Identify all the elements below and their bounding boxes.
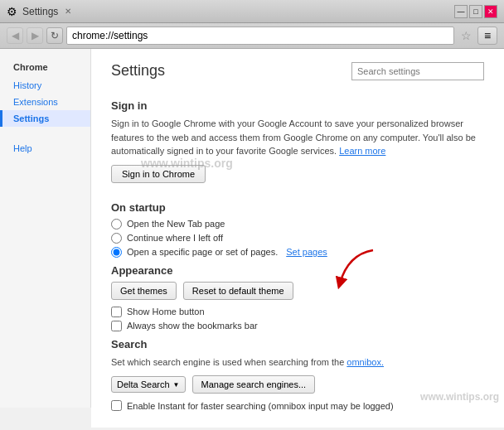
settings-content: Settings Sign in Sign in to Google Chrom… [91, 49, 504, 428]
address-input[interactable] [66, 27, 454, 45]
forward-button[interactable]: ▶ [27, 27, 43, 44]
enable-instant-label: Enable Instant for faster searching (omn… [127, 401, 394, 411]
search-engine-dropdown[interactable]: Delta Search ▼ [111, 376, 186, 393]
title-bar: ⚙ Settings ✕ — □ ✕ [0, 0, 504, 23]
manage-search-engines-button[interactable]: Manage search engines... [192, 375, 316, 394]
enable-instant-checkbox[interactable] [111, 400, 122, 411]
enable-instant-row: Enable Instant for faster searching (omn… [111, 400, 484, 411]
get-themes-button[interactable]: Get themes [111, 282, 177, 300]
main-area: Chrome History Extensions Settings Help … [0, 49, 504, 408]
startup-newtab-radio[interactable] [111, 219, 122, 229]
reset-theme-button[interactable]: Reset to default theme [183, 282, 293, 300]
show-home-button-row: Show Home button [111, 307, 484, 317]
settings-title: Settings [111, 62, 165, 80]
sidebar-item-help[interactable]: Help [0, 140, 90, 157]
sidebar-item-settings[interactable]: Settings [0, 110, 90, 127]
maximize-button[interactable]: □ [469, 5, 482, 18]
show-bookmarks-bar-row: Always show the bookmarks bar [111, 321, 484, 331]
on-startup-heading: On startup [111, 201, 484, 214]
show-home-button-checkbox[interactable] [111, 307, 122, 317]
sidebar-item-extensions[interactable]: Extensions [0, 94, 90, 110]
sign-in-description: Sign in to Google Chrome with your Googl… [111, 117, 484, 158]
chrome-menu-button[interactable]: ≡ [477, 27, 497, 45]
startup-specific-label: Open a specific page or set of pages. [127, 247, 278, 257]
learn-more-link[interactable]: Learn more [339, 146, 385, 156]
search-engine-row: Delta Search ▼ Manage search engines... [111, 375, 484, 394]
logged-link[interactable]: logged) [363, 401, 394, 411]
chrome-icon: ⚙ [7, 5, 17, 18]
startup-continue-label: Continue where I left off [127, 233, 223, 243]
startup-option-specific: Open a specific page or set of pages. Se… [111, 247, 484, 258]
appearance-heading: Appearance [111, 264, 484, 277]
startup-radio-group: Open the New Tab page Continue where I l… [111, 219, 484, 258]
startup-continue-radio[interactable] [111, 233, 122, 244]
search-heading: Search [111, 338, 484, 350]
search-settings-input[interactable] [351, 62, 484, 80]
sidebar-chrome-label: Chrome [0, 59, 90, 75]
tab-close-icon[interactable]: ✕ [65, 7, 71, 16]
window-title: Settings [22, 6, 58, 17]
close-button[interactable]: ✕ [484, 5, 497, 18]
sign-in-heading: Sign in [111, 99, 484, 112]
sidebar-item-history[interactable]: History [0, 77, 90, 94]
bookmark-star-icon[interactable]: ☆ [458, 27, 474, 44]
show-bookmarks-bar-checkbox[interactable] [111, 321, 122, 331]
theme-buttons: Get themes Reset to default theme [111, 282, 484, 300]
search-description: Set which search engine is used when sea… [111, 355, 484, 370]
omnibox-link[interactable]: omnibox. [346, 357, 384, 367]
address-bar-area: ◀ ▶ ↻ ☆ ≡ [0, 23, 504, 49]
dropdown-arrow-icon: ▼ [173, 381, 180, 389]
set-pages-link[interactable]: Set pages [286, 247, 327, 257]
sign-in-button[interactable]: Sign in to Chrome [111, 165, 206, 183]
sidebar: Chrome History Extensions Settings Help [0, 49, 91, 408]
window-controls: — □ ✕ [454, 5, 497, 18]
startup-newtab-label: Open the New Tab page [127, 219, 225, 229]
startup-option-newtab: Open the New Tab page [111, 219, 484, 229]
back-button[interactable]: ◀ [7, 27, 23, 44]
startup-specific-radio[interactable] [111, 247, 122, 258]
startup-option-continue: Continue where I left off [111, 233, 484, 244]
show-bookmarks-bar-label: Always show the bookmarks bar [127, 321, 258, 331]
settings-content-wrapper: Settings Sign in Sign in to Google Chrom… [91, 49, 504, 408]
show-home-button-label: Show Home button [127, 307, 205, 316]
search-engine-label: Delta Search [117, 379, 170, 389]
refresh-button[interactable]: ↻ [46, 27, 63, 44]
minimize-button[interactable]: — [454, 5, 468, 18]
